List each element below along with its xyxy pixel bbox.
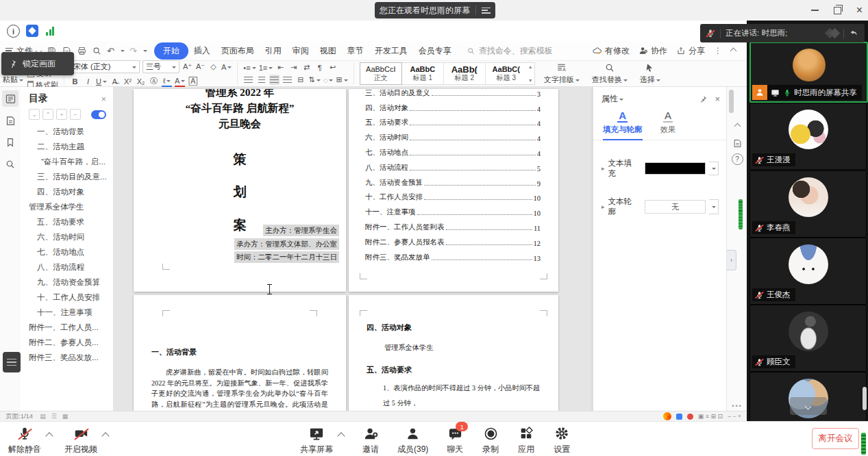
toc-item[interactable]: 十、工作人员安排 <box>21 290 113 305</box>
scroll-participants-down-button[interactable] <box>790 397 827 415</box>
video-options-chevron[interactable] <box>101 432 109 440</box>
document-canvas[interactable]: 管理系 2022 年 “奋斗百年路 启航新程” 元旦晚会 策 划 案 主办方：管… <box>113 87 726 411</box>
wrap-button[interactable]: ↩ <box>327 62 338 73</box>
pin-screen-tooltip[interactable]: 锁定画面 <box>1 52 74 75</box>
toc-zoom-in[interactable]: + <box>56 109 67 120</box>
italic-button[interactable]: I <box>83 76 93 86</box>
members-button[interactable]: 成员(39) <box>397 425 428 455</box>
toc-close-icon[interactable]: × <box>101 94 106 104</box>
zoom-controls[interactable]: − ⎯ + <box>728 413 741 420</box>
style-heading2[interactable]: AaBb( 标题 2 <box>444 63 486 84</box>
justify-button[interactable] <box>282 75 293 85</box>
toc-auto-toggle[interactable] <box>91 110 106 119</box>
tab-dev-tools[interactable]: 开发工具 <box>369 43 413 59</box>
watching-banner[interactable]: 您正在观看时思雨的屏幕 <box>375 2 495 18</box>
pin-panel-icon[interactable] <box>698 94 708 104</box>
network-signal-icon[interactable] <box>46 26 54 36</box>
ribbon-options-dropdown[interactable] <box>143 50 147 54</box>
number-list-button[interactable]: 1≡ <box>259 62 273 73</box>
scroll-up-icon[interactable] <box>730 119 744 133</box>
asian-layout-button[interactable]: ⇄ <box>301 62 312 73</box>
toc-item[interactable]: 管理系全体学生 <box>21 199 113 214</box>
toc-expand-all[interactable]: ⌄ <box>29 109 40 120</box>
status-blue-icon[interactable] <box>676 414 682 420</box>
collapse-ribbon-icon[interactable] <box>730 47 737 54</box>
strikethrough-button[interactable]: A̶ <box>110 76 120 86</box>
bookmark-icon[interactable] <box>2 134 18 151</box>
toc-item[interactable]: 八、活动流程 <box>21 259 113 275</box>
toc-item[interactable]: 二、活动主题 <box>21 139 113 154</box>
grow-font-button[interactable]: A⁺ <box>182 62 193 72</box>
more-options-icon[interactable]: ⋮ <box>714 46 722 55</box>
text-fill-dropdown[interactable] <box>709 162 719 175</box>
left-floating-widget[interactable] <box>3 352 21 372</box>
audio-options-chevron[interactable] <box>45 432 53 440</box>
toc-panel-icon[interactable] <box>2 90 18 107</box>
properties-close-icon[interactable]: × <box>715 94 720 104</box>
doc-page-4[interactable]: 四、活动对象 管理系全体学生 五、活动要求 1、表演作品的时间不得超过 3 分钟… <box>349 295 558 411</box>
meeting-info-icon[interactable]: i <box>7 25 20 38</box>
participant-tile[interactable]: 李春燕 <box>749 170 867 238</box>
toc-item[interactable]: 附件三、奖品发放... <box>21 350 113 365</box>
view-mode-icons[interactable]: ▣ ≡ ⊞ ⊡ <box>698 413 723 420</box>
participant-tile[interactable]: 顾臣文 <box>749 305 867 372</box>
shading-button[interactable]: ◌ <box>323 75 334 85</box>
toc-item[interactable]: 三、活动目的及意... <box>21 169 113 184</box>
tab-page-layout[interactable]: 页面布局 <box>216 43 260 59</box>
doc-page-1[interactable]: 管理系 2022 年 “奋斗百年路 启航新程” 元旦晚会 策 划 案 主办方：管… <box>134 89 346 292</box>
style-heading3[interactable]: AaBbC( 标题 3 <box>486 63 527 84</box>
close-button[interactable]: × <box>856 5 863 16</box>
participant-tile[interactable]: 王俊杰 <box>749 238 867 305</box>
doc-scrollbar-thumb[interactable] <box>729 90 734 113</box>
tab-effects[interactable]: A 效果 <box>660 110 676 140</box>
decrease-indent-button[interactable]: ⇤ <box>275 62 286 73</box>
doc-page-2[interactable]: 三、活动目的及意义3 四、活动对象4 五、活动要求4 六、活动时间4 七、活动地… <box>349 89 558 292</box>
doc-page-3[interactable]: 一、活动背景 虎岁谱新曲，留爱在中宵。时间如白驹过隙，转眼间 2022 年的元旦… <box>134 295 346 411</box>
status-red-icon[interactable] <box>687 414 693 420</box>
toc-item[interactable]: 附件二、参赛人员... <box>21 335 113 350</box>
modified-status[interactable]: 有修改 <box>592 45 630 57</box>
page-nav-dots[interactable]: ••• <box>727 403 747 409</box>
toc-item[interactable]: 十一、注意事项 <box>21 305 113 320</box>
subscript-button[interactable]: X₂ <box>136 76 146 86</box>
text-effects-button[interactable]: A <box>221 62 232 72</box>
tab-fill-outline[interactable]: A 填充与轮廓 <box>603 110 643 140</box>
bullet-list-button[interactable]: •≡ <box>243 62 256 73</box>
print-icon[interactable] <box>77 46 87 56</box>
undo-icon[interactable]: ↶ <box>107 46 114 56</box>
style-normal[interactable]: AaBbCcI 正文 <box>360 62 402 85</box>
expand-panel-tab[interactable]: › <box>727 250 736 270</box>
collaborate-button[interactable]: 协作 <box>638 45 667 57</box>
find-icon-side[interactable] <box>2 156 18 173</box>
edit-note-icon[interactable] <box>730 136 744 150</box>
participant-tile-sharing[interactable]: 时思雨的屏幕共享 <box>749 42 868 103</box>
show-marks-button[interactable]: ¶ <box>314 62 325 73</box>
align-center-button[interactable] <box>256 75 266 85</box>
share-button[interactable]: 分享 <box>676 45 705 57</box>
highlight-color-button[interactable]: ℓ <box>162 75 172 87</box>
tab-review[interactable]: 审阅 <box>287 43 314 59</box>
bold-button[interactable]: B <box>70 76 80 86</box>
tab-references[interactable]: 引用 <box>260 43 287 59</box>
settings-button[interactable]: 设置 <box>553 425 571 455</box>
properties-dropdown[interactable] <box>619 99 623 103</box>
text-outline-value[interactable]: 无 <box>645 200 706 214</box>
toc-item[interactable]: 五、活动要求 <box>21 214 113 229</box>
style-heading1[interactable]: AaBbC 标题 1 <box>402 63 444 84</box>
tab-member[interactable]: 会员专享 <box>413 43 457 59</box>
banner-menu-icon[interactable] <box>482 8 491 14</box>
superscript-button[interactable]: X² <box>123 76 133 86</box>
shrink-font-button[interactable]: A⁻ <box>195 62 206 72</box>
record-button[interactable]: 录制 <box>482 425 499 455</box>
select-button[interactable]: 选择 <box>636 62 664 85</box>
toc-item[interactable]: “奋斗百年路，启... <box>21 154 113 169</box>
undo-dropdown[interactable] <box>121 50 125 54</box>
toc-item[interactable]: 九、活动资金预算 <box>21 275 113 290</box>
invite-button[interactable]: 邀请 <box>362 425 380 455</box>
expand-arrow-icon[interactable]: ▸ <box>602 203 605 210</box>
clear-format-button[interactable]: ◇ <box>208 62 219 72</box>
text-fill-swatch[interactable] <box>645 162 706 175</box>
line-spacing-button[interactable]: ⇅ <box>308 75 320 85</box>
char-shading-button[interactable]: 🄰 <box>188 76 198 86</box>
tab-insert[interactable]: 插入 <box>188 43 216 59</box>
